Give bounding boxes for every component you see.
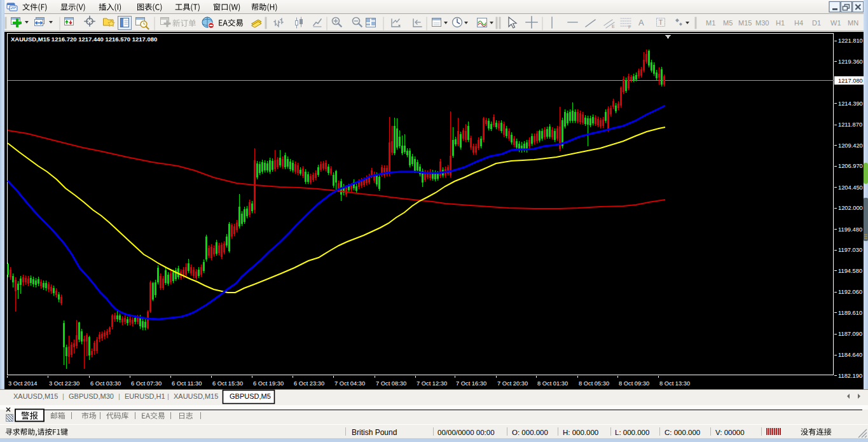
svg-text:00/00/0000 00:00: 00/00/0000 00:00	[437, 429, 495, 436]
svg-text:3 Oct 22:30: 3 Oct 22:30	[49, 380, 79, 387]
svg-text:1221.810: 1221.810	[838, 38, 863, 44]
svg-text:1197.030: 1197.030	[838, 247, 862, 253]
svg-text:D1: D1	[812, 19, 821, 27]
svg-text:H1: H1	[776, 19, 785, 27]
svg-text:1199.480: 1199.480	[838, 226, 862, 233]
svg-text:6 Oct 03:30: 6 Oct 03:30	[90, 380, 121, 387]
svg-text:7 Oct 20:30: 7 Oct 20:30	[497, 380, 528, 387]
svg-text:8 Oct 13:30: 8 Oct 13:30	[659, 380, 690, 387]
svg-text:L: 000.000: L: 000.000	[615, 429, 649, 436]
svg-text:|: |	[167, 392, 169, 400]
svg-text:1192.060: 1192.060	[838, 289, 862, 295]
svg-text:1209.420: 1209.420	[838, 142, 863, 149]
svg-text:A: A	[638, 18, 644, 27]
svg-text:6 Oct 15:30: 6 Oct 15:30	[212, 380, 243, 387]
svg-text:1206.970: 1206.970	[838, 163, 863, 169]
svg-text:M5: M5	[723, 19, 733, 27]
svg-text:GBPUSD,M30: GBPUSD,M30	[69, 392, 114, 400]
svg-text:7 Oct 16:30: 7 Oct 16:30	[456, 380, 486, 387]
svg-text:M30: M30	[755, 19, 769, 27]
svg-text:1214.390: 1214.390	[838, 100, 863, 107]
svg-text:1211.870: 1211.870	[838, 121, 862, 128]
svg-text:MN: MN	[848, 19, 858, 27]
svg-text:C: 000.000: C: 000.000	[665, 429, 700, 436]
svg-text:|: |	[118, 392, 120, 400]
svg-text:1187.090: 1187.090	[838, 331, 862, 337]
svg-text:8 Oct 05:30: 8 Oct 05:30	[579, 380, 609, 387]
svg-text:T: T	[659, 18, 663, 26]
svg-text:6 Oct 11:30: 6 Oct 11:30	[172, 380, 202, 387]
svg-text:F: F	[628, 25, 631, 29]
svg-text:1217.080: 1217.080	[838, 78, 863, 84]
svg-text:E: E	[612, 24, 615, 29]
svg-text:O: 000.000: O: 000.000	[512, 429, 548, 436]
svg-text:1194.580: 1194.580	[838, 268, 862, 274]
svg-text:7 Oct 04:30: 7 Oct 04:30	[334, 380, 365, 387]
svg-text:6 Oct 07:30: 6 Oct 07:30	[131, 380, 162, 387]
svg-text:M15: M15	[738, 19, 752, 27]
svg-text:3 Oct 2014: 3 Oct 2014	[8, 380, 37, 387]
svg-text:8 Oct 01:30: 8 Oct 01:30	[537, 380, 568, 387]
svg-text:W1: W1	[830, 19, 841, 27]
svg-text:British Pound: British Pound	[352, 428, 397, 437]
svg-text:|: |	[62, 392, 64, 400]
svg-text:XAUUSD,M15: XAUUSD,M15	[13, 392, 58, 400]
svg-text:1184.640: 1184.640	[838, 352, 862, 358]
svg-text:8 Oct 09:30: 8 Oct 09:30	[619, 380, 649, 387]
svg-text:1202.000: 1202.000	[838, 205, 863, 211]
svg-text:H4: H4	[794, 19, 803, 27]
svg-text:1219.360: 1219.360	[838, 59, 863, 65]
svg-text:6 Oct 23:30: 6 Oct 23:30	[294, 380, 324, 387]
svg-text:M1: M1	[706, 19, 715, 27]
svg-text:XAUUSD,M15 1216.720 1217.440: XAUUSD,M15 1216.720 1217.440 1216.570 12…	[11, 36, 157, 43]
svg-text:7 Oct 08:30: 7 Oct 08:30	[376, 380, 406, 387]
svg-text:1204.450: 1204.450	[838, 184, 863, 191]
svg-text:EURUSD,H1: EURUSD,H1	[125, 392, 165, 400]
svg-text:H: 000.000: H: 000.000	[563, 429, 598, 436]
svg-text:6 Oct 19:30: 6 Oct 19:30	[253, 380, 284, 387]
svg-text:V: 00000: V: 00000	[715, 429, 745, 436]
svg-text:1189.610: 1189.610	[838, 310, 862, 316]
svg-text:GBPUSD,M5: GBPUSD,M5	[230, 392, 271, 400]
svg-text:1182.190: 1182.190	[838, 373, 862, 379]
svg-text:7 Oct 12:30: 7 Oct 12:30	[417, 380, 447, 387]
svg-text:XAUUSD,M15: XAUUSD,M15	[174, 392, 218, 400]
